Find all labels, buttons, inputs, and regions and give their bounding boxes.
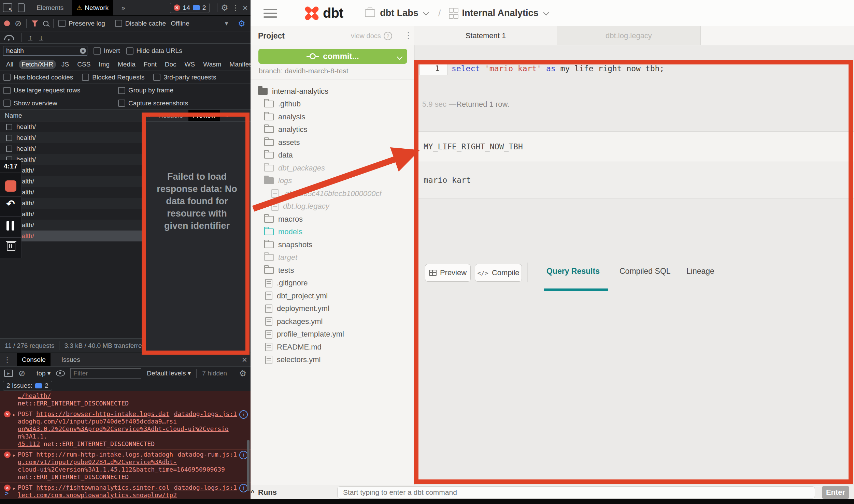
network-settings-gear-icon[interactable]: ⚙ <box>238 19 245 28</box>
error-url-link[interactable]: …/health/ <box>18 392 51 399</box>
filter-chip-doc[interactable]: Doc <box>162 60 179 69</box>
blocked-requests-checkbox[interactable]: Blocked Requests <box>82 74 144 81</box>
tree-item-snapshots[interactable]: snapshots <box>251 238 414 251</box>
close-devtools-icon[interactable]: × <box>243 3 248 12</box>
project-kebab-icon[interactable]: ⋮ <box>404 30 413 40</box>
tree-item--github[interactable]: .github <box>251 98 414 111</box>
tree-item-tests[interactable]: tests <box>251 264 414 277</box>
error-source-link[interactable]: datadog-rum.js:1 <box>178 451 237 458</box>
tree-item-models[interactable]: models <box>251 226 414 239</box>
error-source-link[interactable]: datadog-logs.js:1 <box>174 484 237 491</box>
preserve-log-checkbox[interactable]: Preserve log <box>58 20 105 27</box>
search-icon[interactable] <box>43 21 48 26</box>
filter-chip-js[interactable]: JS <box>59 60 72 69</box>
tree-item-readme-md[interactable]: README.md <box>251 341 414 354</box>
status-badges[interactable]: ✕ 14 2 <box>170 3 210 13</box>
error-source-link[interactable]: datadog-logs.js:1 <box>174 410 237 418</box>
info-icon[interactable]: i <box>239 484 248 492</box>
console-error-entry[interactable]: …/health/net::ERR_INTERNET_DISCONNECTED <box>0 391 251 409</box>
tree-item-target[interactable]: target <box>251 251 414 264</box>
tree-item--gitignore[interactable]: .gitignore <box>251 277 414 290</box>
view-docs-link[interactable]: view docs <box>351 32 381 40</box>
tab-lineage[interactable]: Lineage <box>686 267 714 276</box>
tree-item-analysis[interactable]: analysis <box>251 110 414 123</box>
sql-code-line[interactable]: select 'mario kart' as my_life_right_now… <box>452 64 664 73</box>
commit-dropdown-chevron[interactable] <box>397 54 403 60</box>
group-by-frame-checkbox[interactable]: Group by frame <box>118 87 233 94</box>
account-name[interactable]: dbt Labs <box>380 8 418 18</box>
tree-item-macros[interactable]: macros <box>251 213 414 226</box>
error-url-link[interactable]: adoghq.com/v1/input/pub740de5f405dcdaa9…… <box>18 418 177 425</box>
dbt-command-input[interactable] <box>337 486 815 499</box>
project-chevron-icon[interactable] <box>543 10 549 15</box>
network-filter-input[interactable] <box>3 46 87 56</box>
filter-chip-all[interactable]: All <box>3 60 16 69</box>
tab-preview[interactable]: Preview <box>188 110 220 121</box>
results-data-row[interactable]: mario kart <box>415 162 854 198</box>
network-conditions-icon[interactable] <box>4 35 14 40</box>
tree-item-internal-analytics[interactable]: internal-analytics <box>251 85 414 98</box>
export-har-icon[interactable]: ↓ <box>39 34 43 41</box>
tree-item-packages-yml[interactable]: packages.yml <box>251 315 414 328</box>
show-overview-checkbox[interactable]: Show overview <box>3 100 118 107</box>
kebab-menu-icon[interactable]: ⋮ <box>232 4 239 12</box>
console-scrollbar[interactable] <box>247 440 250 491</box>
tree-item-dbt-project-yml[interactable]: dbt_project.yml <box>251 290 414 302</box>
drawer-kebab-icon[interactable]: ⋮ <box>3 356 11 364</box>
error-url-link[interactable]: https://fishtownanalytics.sinter-col <box>36 484 169 491</box>
tree-item-analytics[interactable]: analytics <box>251 123 414 136</box>
issues-chip[interactable]: 2 Issues: 2 <box>3 381 52 390</box>
console-error-entry[interactable]: ×▶POST https://browser-http-intake.logs.… <box>0 409 251 450</box>
filter-chip-media[interactable]: Media <box>115 60 138 69</box>
tab-headers[interactable]: Headers <box>154 110 187 121</box>
hide-data-urls-checkbox[interactable]: Hide data URLs <box>126 47 182 55</box>
hamburger-menu-icon[interactable] <box>264 9 277 18</box>
tree-item-dbt-packages[interactable]: dbt_packages <box>251 162 414 175</box>
filter-funnel-icon[interactable] <box>31 20 38 27</box>
has-blocked-cookies-checkbox[interactable]: Has blocked cookies <box>3 74 73 81</box>
request-row[interactable]: health/ <box>0 143 143 154</box>
disclosure-triangle-icon[interactable]: ▶ <box>13 411 15 419</box>
clear-filter-icon[interactable]: × <box>80 48 86 54</box>
filter-chip-font[interactable]: Font <box>141 60 159 69</box>
commit-button[interactable]: commit... <box>258 49 407 64</box>
tab-console[interactable]: Console <box>17 353 51 366</box>
compile-button[interactable]: </>Compile <box>475 264 522 282</box>
tree-item--nfc3665c416bfecb1000000cf[interactable]: .nfc3665c416bfecb1000000cf <box>251 187 414 200</box>
console-sidebar-icon[interactable]: ▶ <box>4 370 13 377</box>
console-prompt-chevron[interactable]: > <box>5 490 9 497</box>
console-filter-input[interactable] <box>70 368 141 379</box>
request-row[interactable]: health/ <box>0 121 143 132</box>
error-url-link[interactable]: q.com/v1/input/pube02284…d%2Cservice%3Ad… <box>18 458 177 465</box>
tab-issues[interactable]: Issues <box>57 353 85 366</box>
error-url-link[interactable]: lect.com/com.snowplowanalytics.snowplow/… <box>18 491 177 499</box>
console-error-entry[interactable]: ×▶POST https://rum-http-intake.logs.data… <box>0 450 251 483</box>
tab-network[interactable]: ⚠Network <box>72 0 113 16</box>
tree-item-dbt-log-legacy[interactable]: dbt.log.legacy <box>251 200 414 213</box>
info-icon[interactable]: i <box>239 410 248 419</box>
use-large-request-rows-checkbox[interactable]: Use large request rows <box>3 87 118 94</box>
help-icon[interactable]: ? <box>384 32 392 40</box>
dbt-logo-icon[interactable] <box>304 5 319 21</box>
capture-screenshots-checkbox[interactable]: Capture screenshots <box>118 100 233 107</box>
tab-query-results[interactable]: Query Results <box>546 267 600 276</box>
inspect-element-icon[interactable]: ↖ <box>3 3 12 12</box>
device-toolbar-icon[interactable] <box>18 3 25 12</box>
clear-icon[interactable]: ⊘ <box>15 19 22 28</box>
error-url-link[interactable]: https://browser-http-intake.logs.dat <box>36 410 169 417</box>
account-chevron-icon[interactable] <box>423 10 429 15</box>
filter-chip-img[interactable]: Img <box>96 60 112 69</box>
third-party-requests-checkbox[interactable]: 3rd-party requests <box>153 74 216 81</box>
throttling-dropdown-arrow[interactable]: ▾ <box>225 19 228 27</box>
filter-chip-fetch-xhr[interactable]: Fetch/XHR <box>19 60 56 69</box>
trash-icon[interactable] <box>7 242 15 251</box>
detail-more-chevron[interactable]: » <box>221 110 233 121</box>
error-url-link[interactable]: 45.112 <box>18 440 40 447</box>
filter-chip-css[interactable]: CSS <box>74 60 93 69</box>
close-drawer-icon[interactable]: × <box>242 355 247 364</box>
tree-item-profile-template-yml[interactable]: profile_template.yml <box>251 328 414 341</box>
invert-checkbox[interactable]: Invert <box>94 47 120 55</box>
tree-item-logs[interactable]: logs <box>251 175 414 188</box>
console-settings-gear-icon[interactable]: ⚙ <box>239 369 246 377</box>
enter-button[interactable]: Enter <box>822 486 849 499</box>
